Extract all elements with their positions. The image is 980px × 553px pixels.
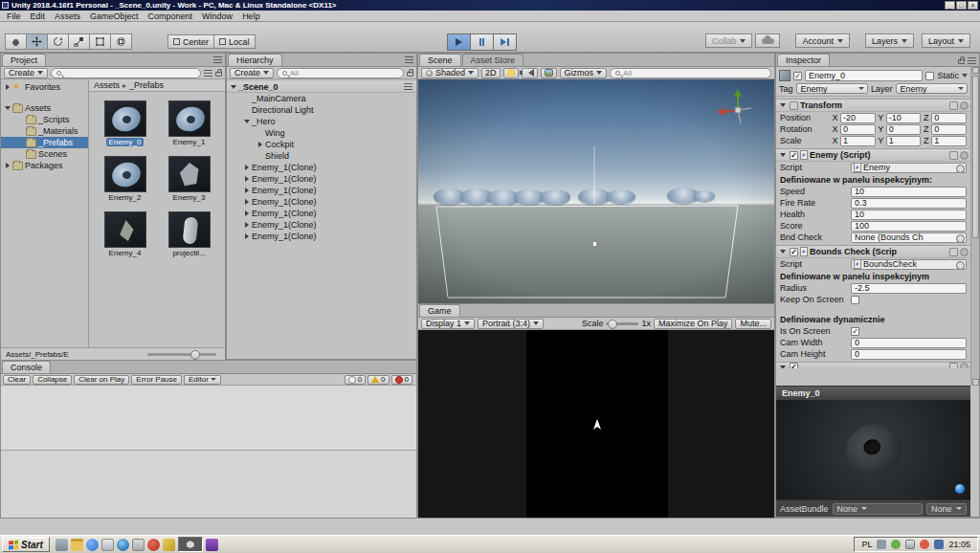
language-indicator[interactable]: PL [861, 540, 872, 549]
tab-scene[interactable]: Scene [419, 54, 461, 66]
hierarchy-item[interactable]: Enemy_1(Clone) [227, 231, 416, 242]
asset-item[interactable]: projectil... [162, 211, 217, 257]
y-value-field[interactable]: -10 [886, 113, 922, 123]
gear-icon[interactable] [960, 101, 969, 110]
x-value-field[interactable]: -20 [840, 113, 876, 123]
project-tree-item[interactable]: Scenes [1, 148, 88, 160]
mute-audio-toggle[interactable]: Mute... [735, 319, 771, 329]
tab-inspector[interactable]: Inspector [777, 54, 830, 66]
gear-icon[interactable] [960, 151, 969, 160]
hierarchy-item[interactable]: Enemy_1(Clone) [227, 173, 416, 185]
asset-item[interactable]: Enemy_4 [98, 211, 153, 257]
hierarchy-item[interactable]: Enemy_1(Clone) [227, 185, 416, 196]
foldout-icon[interactable] [242, 174, 252, 184]
create-button[interactable]: Create [4, 68, 48, 78]
foldout-icon[interactable] [16, 149, 26, 159]
console-button[interactable]: Clear [3, 375, 31, 385]
help-icon[interactable] [949, 363, 958, 368]
hierarchy-item[interactable]: _MainCamera [227, 93, 416, 104]
field-value[interactable]: None (Bounds Ch [851, 232, 967, 243]
browser-shortcut-icon[interactable] [86, 539, 99, 551]
panel-menu-icon[interactable] [968, 57, 976, 64]
menu-item[interactable]: Edit [26, 11, 51, 21]
y-value-field[interactable]: 0 [886, 124, 922, 135]
console-counter-toggle[interactable]: 0 [391, 375, 412, 385]
collab-dropdown[interactable]: Collab [705, 33, 753, 48]
tray-icon[interactable] [920, 540, 929, 549]
account-dropdown[interactable]: Account [795, 33, 850, 48]
gear-icon[interactable] [960, 248, 969, 256]
scene-search-input[interactable]: All [610, 68, 771, 78]
foldout-icon[interactable] [242, 94, 252, 103]
lock-icon[interactable] [958, 59, 965, 64]
script-object-field[interactable]: BoundsCheck [851, 259, 967, 270]
app-shortcut-icon[interactable] [206, 539, 218, 551]
foldout-icon[interactable] [229, 82, 238, 92]
help-icon[interactable] [949, 248, 958, 256]
clipped-component-header[interactable] [776, 363, 970, 368]
scrollbar-thumb[interactable] [972, 76, 979, 238]
gizmos-dropdown[interactable]: Gizmos [560, 68, 608, 78]
hierarchy-item[interactable]: Cockpit [227, 139, 416, 150]
console-button[interactable]: Collapse [33, 375, 72, 385]
console-button[interactable]: Editor [184, 375, 221, 385]
foldout-icon[interactable] [3, 161, 12, 170]
media-app-icon[interactable] [147, 539, 160, 551]
project-tree-item[interactable]: Packages [1, 160, 88, 171]
assetbundle-dropdown[interactable]: None [833, 503, 923, 515]
tab-project[interactable]: Project [2, 54, 46, 66]
audio-toggle[interactable] [522, 68, 538, 78]
console-counter-toggle[interactable]: 0 [345, 375, 366, 385]
rotate-tool-button[interactable] [47, 33, 69, 50]
project-search-input[interactable] [51, 68, 201, 78]
rect-tool-button[interactable] [89, 33, 111, 50]
shading-mode-dropdown[interactable]: Shaded [421, 68, 479, 78]
hierarchy-item[interactable]: Enemy_1(Clone) [227, 208, 416, 219]
project-tree-item[interactable]: _Prefabs [1, 137, 88, 148]
foldout-icon[interactable] [242, 232, 252, 241]
show-desktop-icon[interactable] [56, 539, 68, 551]
scene-orientation-gizmo[interactable] [715, 85, 761, 131]
z-value-field[interactable]: 0 [931, 124, 967, 135]
speaker-tray-icon[interactable] [877, 540, 886, 549]
thumbnail-size-slider[interactable] [147, 353, 216, 356]
field-value[interactable]: 10 [851, 210, 967, 220]
hierarchy-item[interactable]: Shield [227, 150, 416, 162]
z-value-field[interactable]: 1 [931, 136, 967, 146]
pause-button[interactable] [470, 33, 494, 51]
help-icon[interactable] [949, 151, 958, 160]
console-counter-toggle[interactable]: 0 [368, 375, 389, 385]
assetbundle-variant-dropdown[interactable]: None [926, 503, 967, 515]
tab-hierarchy[interactable]: Hierarchy [228, 54, 282, 66]
field-value[interactable]: 10 [851, 187, 967, 197]
game-viewport[interactable] [418, 330, 774, 519]
globe-app-icon[interactable] [117, 539, 129, 551]
pivot-center-button[interactable]: Center [167, 34, 214, 49]
x-value-field[interactable]: 1 [840, 136, 876, 146]
static-checkbox[interactable] [925, 72, 934, 80]
foldout-icon[interactable] [256, 128, 265, 138]
foldout-icon[interactable] [242, 209, 252, 218]
pivot-local-button[interactable]: Local [213, 34, 256, 49]
preview-settings-icon[interactable] [955, 484, 965, 494]
preview-render-area[interactable] [776, 400, 970, 499]
project-tree-item[interactable]: Favorites [1, 81, 88, 93]
foldout-icon[interactable] [242, 105, 252, 115]
layers-dropdown[interactable]: Layers [865, 33, 914, 48]
asset-item[interactable]: Enemy_3 [162, 156, 217, 202]
search-filter-icon[interactable] [204, 70, 212, 77]
foldout-icon[interactable] [3, 82, 12, 92]
foldout-icon[interactable] [778, 100, 788, 110]
maximize-on-play-toggle[interactable]: Maximize On Play [654, 319, 733, 329]
foldout-icon[interactable] [256, 140, 265, 149]
menu-item[interactable]: Assets [50, 11, 85, 21]
menu-item[interactable]: File [2, 11, 26, 21]
transform-header[interactable]: Transform [776, 100, 970, 112]
menu-item[interactable]: Component [144, 11, 198, 21]
x-value-field[interactable]: 0 [840, 124, 876, 135]
foldout-icon[interactable] [778, 247, 788, 256]
tray-icon[interactable] [905, 540, 915, 549]
minimize-button[interactable] [945, 1, 955, 10]
display-dropdown[interactable]: Display 1 [421, 319, 475, 329]
help-icon[interactable] [949, 101, 958, 110]
